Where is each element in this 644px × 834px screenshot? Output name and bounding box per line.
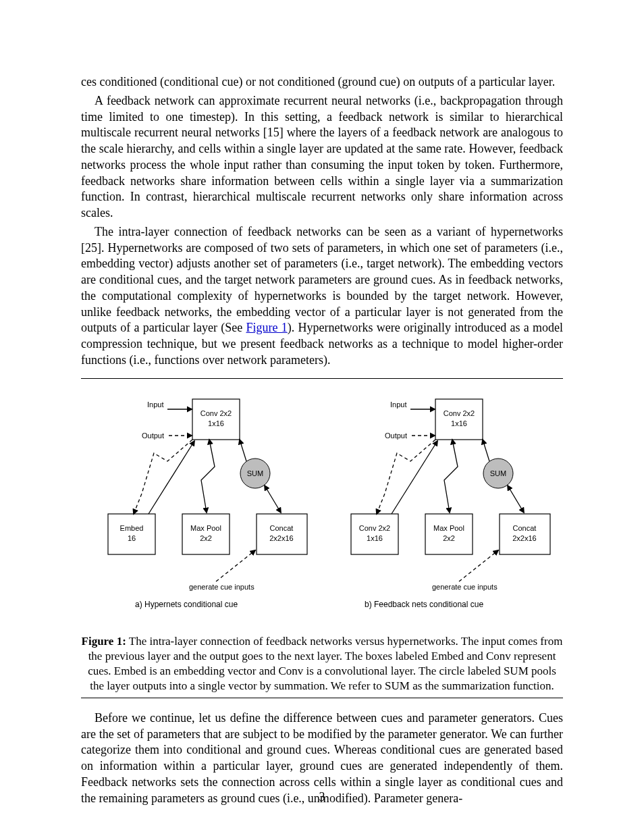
panel-b-concat-label-1: Concat [513, 524, 537, 532]
paragraph-intro1: ces conditioned (conditional cue) or not… [81, 74, 563, 90]
panel-b-input-label: Input [390, 400, 406, 409]
panel-b-gencue-arrow [459, 550, 498, 581]
panel-b-sum-to-concat [508, 486, 524, 513]
panel-a-conv-label-2: 1x16 [208, 419, 224, 427]
panel-b-maxpool-label-1: Max Pool [433, 524, 464, 532]
paragraph-intro2: A feedback network can approximate recur… [81, 93, 563, 221]
panel-a-input-label: Input [147, 400, 163, 409]
panel-a-sum-label: SUM [247, 469, 263, 477]
panel-b-concat-label-2: 2x2x16 [512, 534, 536, 542]
panel-a-zig-embed [134, 440, 192, 514]
figure-caption-text: The intra-layer connection of feedback n… [88, 635, 562, 692]
panel-b-maxpool-label-2: 2x2 [443, 534, 455, 542]
panel-a-embed-label-1: Embed [120, 524, 144, 532]
panel-a-maxpool-label-1: Max Pool [190, 524, 221, 532]
figure-diagram: Conv 2x2 1x16 Input Output SUM [81, 386, 567, 629]
panel-b-conv-label-2: 1x16 [451, 419, 467, 427]
page: ces conditioned (conditional cue) or not… [0, 0, 644, 834]
panel-b-output-label: Output [385, 432, 407, 440]
panel-b-conv-small-label-2: 1x16 [367, 534, 383, 542]
panel-a-maxpool-label-2: 2x2 [200, 534, 212, 542]
panel-b: Conv 2x2 1x16 Input Output SUM Conv 2x2 … [351, 399, 550, 609]
panel-a-concat-label-1: Concat [270, 524, 294, 532]
panel-a-label: a) Hypernets conditional cue [135, 600, 238, 609]
panel-a: Conv 2x2 1x16 Input Output SUM [108, 399, 307, 609]
body-text: ces conditioned (conditional cue) or not… [81, 74, 563, 369]
panel-a-sum-to-concat [265, 486, 281, 513]
panel-b-conv-label-1: Conv 2x2 [444, 409, 475, 417]
figure-caption: Figure 1: The intra-layer connection of … [81, 634, 563, 694]
panel-a-gencue-arrow [216, 550, 255, 581]
panel-a-embed-to-conv [149, 441, 194, 514]
panel-a-zig-maxpool [201, 440, 215, 513]
page-number: 3 [0, 790, 644, 804]
figure-block: Conv 2x2 1x16 Input Output SUM [81, 378, 563, 698]
paragraph-intro3: The intra-layer connection of feedback n… [81, 224, 563, 369]
panel-b-gencue-label: generate cue inputs [432, 583, 498, 591]
panel-b-conv-to-sum [483, 440, 489, 461]
panel-b-zig-convsmall [377, 440, 435, 514]
panel-b-zig-maxpool [444, 440, 458, 513]
paragraph-intro3-text: The intra-layer connection of feedback n… [81, 225, 563, 335]
figure-1-link[interactable]: Figure 1 [246, 321, 288, 334]
panel-a-conv-to-sum [240, 440, 246, 461]
panel-a-concat-label-2: 2x2x16 [269, 534, 293, 542]
figure-caption-bold: Figure 1: [82, 635, 126, 648]
panel-b-conv-small-label-1: Conv 2x2 [359, 524, 390, 532]
panel-b-convsmall-to-conv [392, 441, 437, 514]
panel-a-gencue-label: generate cue inputs [189, 583, 254, 591]
panel-b-sum-label: SUM [490, 469, 506, 477]
panel-a-conv-label-1: Conv 2x2 [200, 409, 232, 417]
panel-a-output-label: Output [142, 432, 164, 440]
panel-b-label: b) Feedback nets conditional cue [365, 600, 483, 609]
panel-a-embed-label-2: 16 [128, 534, 136, 542]
figure-svg: Conv 2x2 1x16 Input Output SUM [81, 386, 567, 629]
